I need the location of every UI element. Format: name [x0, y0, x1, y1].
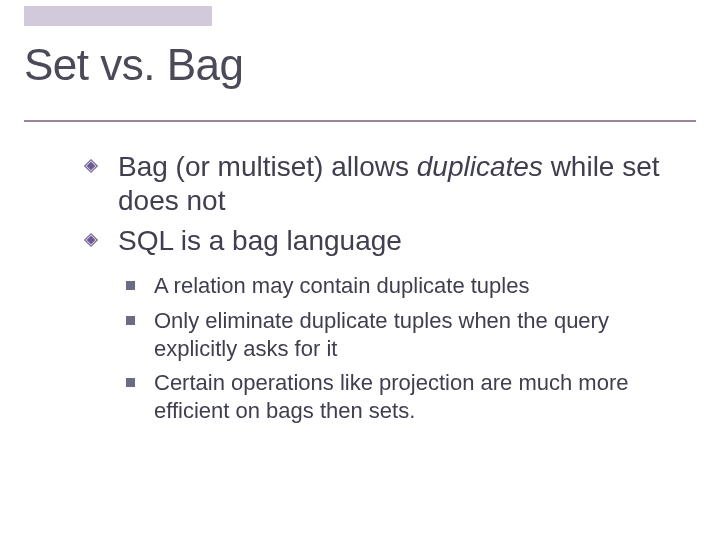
- bullet-text: SQL is a bag language: [118, 225, 402, 256]
- slide-body: Bag (or multiset) allows duplicates whil…: [82, 150, 690, 431]
- bullet-item: Bag (or multiset) allows duplicates whil…: [82, 150, 690, 218]
- sub-list: A relation may contain duplicate tuples …: [126, 272, 690, 425]
- bullet-text-pre: Bag (or multiset) allows: [118, 151, 417, 182]
- square-bullet-icon: [126, 281, 135, 290]
- sub-text: Only eliminate duplicate tuples when the…: [154, 308, 609, 361]
- diamond-bullet-icon: [82, 231, 100, 249]
- square-bullet-icon: [126, 316, 135, 325]
- sub-text: Certain operations like projection are m…: [154, 370, 628, 423]
- slide: Set vs. Bag Bag (or multiset) allows dup…: [0, 0, 720, 540]
- bullet-item: SQL is a bag language: [82, 224, 690, 258]
- slide-title: Set vs. Bag: [24, 40, 244, 90]
- bullet-text-em: duplicates: [417, 151, 543, 182]
- sub-item: Only eliminate duplicate tuples when the…: [126, 307, 690, 363]
- title-underline: [24, 120, 696, 122]
- diamond-bullet-icon: [82, 157, 100, 175]
- sub-text: A relation may contain duplicate tuples: [154, 273, 529, 298]
- sub-item: A relation may contain duplicate tuples: [126, 272, 690, 300]
- sub-item: Certain operations like projection are m…: [126, 369, 690, 425]
- decorative-bar: [24, 6, 212, 26]
- square-bullet-icon: [126, 378, 135, 387]
